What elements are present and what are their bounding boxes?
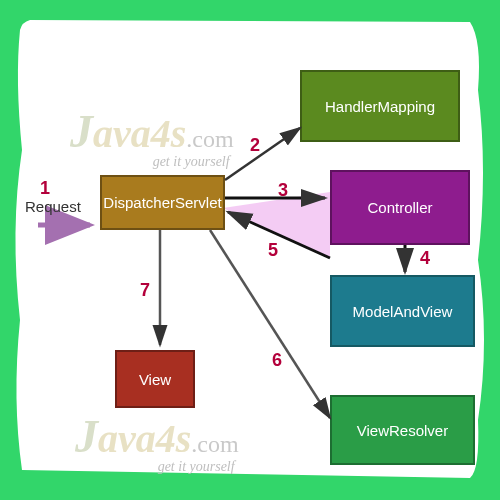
step-5: 5 — [268, 240, 278, 261]
box-label: View — [139, 371, 171, 388]
request-label: Request — [25, 198, 81, 215]
diagram-frame: Java4s.com get it yourself Java4s.com ge… — [0, 0, 500, 500]
box-view: View — [115, 350, 195, 408]
box-label: HandlerMapping — [325, 98, 435, 115]
box-label: ModelAndView — [353, 303, 453, 320]
watermark-tld: .com — [191, 431, 238, 457]
step-7: 7 — [140, 280, 150, 301]
box-label: DispatcherServlet — [103, 194, 221, 211]
watermark-j: J — [70, 106, 93, 157]
step-2: 2 — [250, 135, 260, 156]
watermark-tagline: get it yourself — [75, 459, 239, 475]
arrow-5 — [228, 212, 330, 258]
watermark-j: J — [75, 411, 98, 462]
box-controller: Controller — [330, 170, 470, 245]
step-1: 1 — [40, 178, 50, 199]
watermark-top: Java4s.com get it yourself — [70, 105, 234, 170]
arrow-2 — [225, 128, 300, 180]
watermark-bottom: Java4s.com get it yourself — [75, 410, 239, 475]
box-model-and-view: ModelAndView — [330, 275, 475, 347]
step-3: 3 — [278, 180, 288, 201]
step-4: 4 — [420, 248, 430, 269]
box-label: Controller — [367, 199, 432, 216]
box-dispatcher-servlet: DispatcherServlet — [100, 175, 225, 230]
box-label: ViewResolver — [357, 422, 448, 439]
watermark-tagline: get it yourself — [70, 154, 234, 170]
step-6: 6 — [272, 350, 282, 371]
watermark-rest: ava4s — [93, 111, 186, 156]
box-handler-mapping: HandlerMapping — [300, 70, 460, 142]
watermark-rest: ava4s — [98, 416, 191, 461]
watermark-tld: .com — [186, 126, 233, 152]
box-view-resolver: ViewResolver — [330, 395, 475, 465]
